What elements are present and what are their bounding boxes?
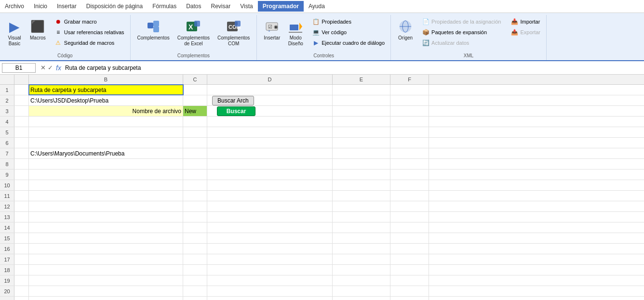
cell-b4[interactable] bbox=[29, 117, 183, 127]
cell-f15[interactable] bbox=[390, 233, 429, 243]
cell-e9[interactable] bbox=[333, 170, 390, 180]
cell-b3[interactable]: Nombre de archivo bbox=[29, 106, 183, 116]
cell-c1[interactable] bbox=[183, 85, 207, 95]
cell-c2[interactable] bbox=[183, 95, 207, 105]
buscar-button[interactable]: Buscar bbox=[217, 106, 255, 116]
cell-c8[interactable] bbox=[183, 159, 207, 169]
menu-revisar[interactable]: Revisar bbox=[206, 1, 236, 12]
col-header-d[interactable]: D bbox=[207, 75, 333, 84]
cell-e3[interactable] bbox=[333, 106, 390, 116]
menu-inicio[interactable]: Inicio bbox=[29, 1, 52, 12]
importar-button[interactable]: 📥 Importar bbox=[509, 17, 542, 26]
cell-e20[interactable] bbox=[333, 286, 390, 296]
cell-d5[interactable]: M Poder listar en columna D a partir de … bbox=[207, 127, 333, 137]
cell-d10[interactable] bbox=[207, 180, 333, 190]
menu-insertar[interactable]: Insertar bbox=[52, 1, 81, 12]
cell-a17[interactable] bbox=[14, 254, 29, 264]
cell-d4[interactable] bbox=[207, 117, 333, 127]
cell-e2[interactable] bbox=[333, 95, 390, 105]
cell-c10[interactable] bbox=[183, 180, 207, 190]
cell-f7[interactable] bbox=[390, 148, 429, 158]
cell-d12[interactable] bbox=[207, 201, 333, 211]
cell-b12[interactable] bbox=[29, 201, 183, 211]
cell-b2[interactable]: C:\Users\JSD\Desktop\Prueba bbox=[29, 95, 183, 105]
cell-b19[interactable] bbox=[29, 275, 183, 286]
cell-c7[interactable] bbox=[183, 148, 207, 158]
complementos-com-button[interactable]: COM ComplementosCOM bbox=[215, 17, 253, 49]
formula-input[interactable] bbox=[64, 64, 642, 72]
cell-d17[interactable] bbox=[207, 254, 333, 264]
cell-e17[interactable] bbox=[333, 254, 390, 264]
menu-archivo[interactable]: Archivo bbox=[0, 1, 29, 12]
col-header-c[interactable]: C bbox=[183, 75, 207, 84]
cell-c9[interactable] bbox=[183, 170, 207, 180]
menu-programador[interactable]: Programador bbox=[258, 1, 304, 12]
cell-c13[interactable] bbox=[183, 212, 207, 222]
cell-b1[interactable]: Ruta de carpeta y subcarpeta bbox=[29, 85, 183, 95]
cell-c16[interactable] bbox=[183, 244, 207, 254]
cell-f13[interactable] bbox=[390, 212, 429, 222]
cell-a7[interactable] bbox=[14, 148, 29, 158]
cell-a21[interactable] bbox=[14, 297, 29, 300]
cell-e14[interactable] bbox=[333, 222, 390, 233]
cell-a20[interactable] bbox=[14, 286, 29, 296]
cell-b20[interactable] bbox=[29, 286, 183, 296]
cell-f16[interactable] bbox=[390, 244, 429, 254]
cell-d19[interactable] bbox=[207, 275, 333, 286]
cell-c21[interactable] bbox=[183, 297, 207, 300]
cell-a16[interactable] bbox=[14, 244, 29, 254]
cell-e11[interactable] bbox=[333, 191, 390, 201]
menu-datos[interactable]: Datos bbox=[181, 1, 206, 12]
cell-f4[interactable] bbox=[390, 117, 429, 127]
cell-f20[interactable] bbox=[390, 286, 429, 296]
cell-d9[interactable] bbox=[207, 170, 333, 180]
buscar-arch-button[interactable]: Buscar Arch bbox=[212, 96, 254, 105]
cell-e19[interactable] bbox=[333, 275, 390, 286]
cell-e6[interactable] bbox=[333, 138, 390, 148]
cell-d11[interactable] bbox=[207, 191, 333, 201]
cell-f11[interactable] bbox=[390, 191, 429, 201]
cell-c20[interactable] bbox=[183, 286, 207, 296]
cell-b6[interactable] bbox=[29, 138, 183, 148]
cell-f19[interactable] bbox=[390, 275, 429, 286]
cell-a11[interactable] bbox=[14, 191, 29, 201]
cell-c5[interactable] bbox=[183, 127, 207, 137]
cell-f21[interactable] bbox=[390, 297, 429, 300]
cell-e12[interactable] bbox=[333, 201, 390, 211]
grabar-macro-button[interactable]: ⏺ Grabar macro bbox=[53, 17, 126, 26]
complementos-button[interactable]: Complementos bbox=[134, 17, 173, 43]
cell-c6[interactable] bbox=[183, 138, 207, 148]
cell-a1[interactable] bbox=[14, 85, 29, 95]
menu-ayuda[interactable]: Ayuda bbox=[304, 1, 330, 12]
cell-d8[interactable] bbox=[207, 159, 333, 169]
cell-b17[interactable] bbox=[29, 254, 183, 264]
cell-f2[interactable] bbox=[390, 95, 429, 105]
cell-a10[interactable] bbox=[14, 180, 29, 190]
menu-vista[interactable]: Vista bbox=[235, 1, 257, 12]
col-header-b[interactable]: B bbox=[29, 75, 183, 84]
cell-b10[interactable] bbox=[29, 180, 183, 190]
cell-d13[interactable] bbox=[207, 212, 333, 222]
cell-a6[interactable] bbox=[14, 138, 29, 148]
cell-a13[interactable] bbox=[14, 212, 29, 222]
cell-d15[interactable] bbox=[207, 233, 333, 243]
cell-a19[interactable] bbox=[14, 275, 29, 286]
cell-d1[interactable] bbox=[207, 85, 333, 95]
menu-formulas[interactable]: Fórmulas bbox=[148, 1, 181, 12]
cell-e13[interactable] bbox=[333, 212, 390, 222]
seguridad-macros-button[interactable]: ⚠ Seguridad de macros bbox=[53, 38, 126, 48]
cell-a8[interactable] bbox=[14, 159, 29, 169]
ver-codigo-button[interactable]: 💻 Ver código bbox=[310, 27, 387, 37]
cell-a5[interactable] bbox=[14, 127, 29, 137]
cell-f6[interactable] bbox=[390, 138, 429, 148]
cell-e18[interactable] bbox=[333, 265, 390, 275]
cell-d6[interactable] bbox=[207, 138, 333, 148]
cell-e21[interactable] bbox=[333, 297, 390, 300]
visual-basic-button[interactable]: ▶ VisualBasic bbox=[4, 17, 25, 49]
cell-a9[interactable] bbox=[14, 170, 29, 180]
referencias-relativas-button[interactable]: ≡ Usar referencias relativas bbox=[53, 27, 126, 37]
cell-b11[interactable] bbox=[29, 191, 183, 201]
cell-e10[interactable] bbox=[333, 180, 390, 190]
cell-e8[interactable] bbox=[333, 159, 390, 169]
cell-c12[interactable] bbox=[183, 201, 207, 211]
